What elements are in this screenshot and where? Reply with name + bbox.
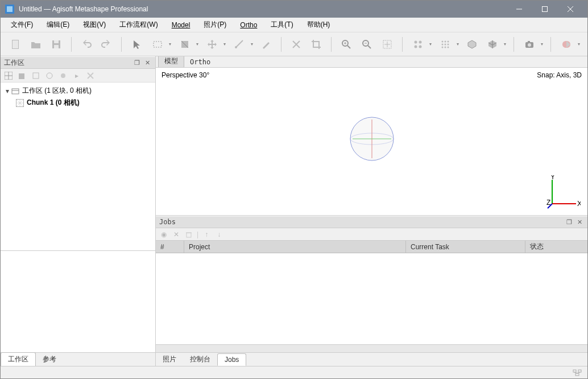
tab-reference[interactable]: 参考 — [36, 353, 63, 366]
jobs-scrollbar[interactable] — [156, 344, 587, 352]
svg-rect-10 — [54, 45, 59, 48]
axis-z-label: Z — [546, 199, 550, 207]
svg-rect-62 — [573, 370, 576, 372]
svg-point-35 — [441, 46, 443, 48]
tree-chunk[interactable]: Chunk 1 (0 相机) — [1, 97, 155, 109]
right-bottom-tabs: 照片 控制台 Jobs — [156, 352, 587, 366]
svg-line-16 — [347, 46, 350, 48]
redo-icon[interactable] — [98, 35, 116, 53]
ws-add-icon[interactable] — [16, 70, 28, 81]
ws-grid-icon[interactable] — [3, 70, 14, 81]
cursor-icon[interactable] — [127, 35, 146, 53]
new-doc-icon[interactable] — [6, 35, 24, 53]
tab-photos[interactable]: 照片 — [156, 353, 183, 366]
menu-workflow[interactable]: 工作流程(W) — [113, 18, 164, 31]
tab-workspace[interactable]: 工作区 — [1, 352, 36, 366]
tree-root-label: 工作区 (1 区块, 0 相机) — [22, 86, 92, 96]
svg-point-33 — [444, 43, 446, 45]
svg-point-30 — [444, 40, 446, 42]
menu-ortho[interactable]: Ortho — [233, 19, 264, 31]
tree-root[interactable]: ▾ 工作区 (1 区块, 0 相机) — [1, 85, 155, 97]
ruler-icon[interactable] — [230, 35, 255, 53]
svg-rect-1 — [7, 6, 13, 12]
snap-label: Snap: Axis, 3D — [537, 71, 582, 79]
svg-point-34 — [447, 43, 449, 45]
close-icon[interactable]: ✕ — [575, 217, 584, 226]
tree-chunk-label: Chunk 1 (0 相机) — [27, 98, 80, 108]
undo-icon[interactable] — [77, 35, 96, 53]
svg-rect-60 — [187, 233, 191, 237]
job-trash-icon[interactable] — [184, 230, 193, 239]
camera-icon[interactable] — [520, 35, 545, 53]
sep — [402, 37, 403, 52]
close-button[interactable] — [557, 1, 583, 18]
expand-icon[interactable]: ▾ — [4, 87, 11, 95]
fit-icon[interactable] — [378, 35, 396, 53]
svg-point-27 — [414, 45, 417, 48]
col-project[interactable]: Project — [184, 241, 406, 253]
dense-icon[interactable] — [436, 35, 461, 53]
jobs-title: Jobs — [159, 218, 176, 226]
app-icon — [5, 5, 14, 14]
jobs-panel: Jobs ❐ ✕ ◉ ✕ | ↑ ↓ # Project Current Tas… — [156, 216, 587, 352]
delete-icon[interactable] — [287, 35, 305, 53]
svg-rect-9 — [54, 40, 59, 43]
titlebar: Untitled — Agisoft Metashape Professiona… — [1, 1, 587, 18]
zoom-in-icon[interactable] — [337, 35, 355, 53]
region-icon[interactable] — [175, 35, 200, 53]
right-panel: 模型 Ortho Perspective 30° Snap: Axis, 3D … — [156, 56, 587, 366]
svg-point-47 — [61, 73, 65, 78]
minimize-button[interactable] — [506, 1, 532, 18]
tab-ortho[interactable]: Ortho — [184, 57, 216, 67]
menu-edit[interactable]: 编辑(E) — [40, 18, 76, 31]
jobs-toolbar: ◉ ✕ | ↑ ↓ — [156, 228, 587, 241]
left-panel: 工作区 ❐ ✕ ▸ ▾ 工作区 (1 区块, 0 相机) Chunk 1 (0 … — [1, 56, 156, 366]
svg-point-36 — [444, 46, 446, 48]
svg-point-31 — [447, 40, 449, 42]
crop-icon[interactable] — [307, 35, 325, 53]
axis-y-label: Y — [550, 175, 555, 181]
dock-icon[interactable]: ❐ — [565, 217, 574, 226]
job-up-icon[interactable]: ↑ — [202, 230, 211, 239]
menu-file[interactable]: 文件(F) — [4, 18, 40, 31]
menu-model[interactable]: Model — [165, 19, 197, 31]
mesh-icon[interactable] — [463, 35, 481, 53]
close-icon[interactable]: ✕ — [143, 58, 152, 67]
ws-tool5-icon[interactable] — [57, 70, 69, 81]
menu-photo[interactable]: 照片(P) — [197, 18, 233, 31]
menu-tools[interactable]: 工具(T) — [264, 18, 300, 31]
ws-remove-icon[interactable] — [85, 70, 96, 81]
col-status[interactable]: 状态 — [525, 241, 587, 253]
status-network-icon — [573, 369, 582, 376]
svg-point-12 — [235, 46, 237, 48]
ws-play-icon[interactable]: ▸ — [71, 70, 82, 81]
col-task[interactable]: Current Task — [406, 241, 525, 253]
open-icon[interactable] — [27, 35, 45, 53]
menu-view[interactable]: 视图(V) — [76, 18, 113, 31]
dock-icon[interactable]: ❐ — [132, 58, 142, 67]
move-icon[interactable] — [202, 35, 227, 53]
rect-select-icon[interactable] — [148, 35, 173, 53]
texture-icon[interactable] — [483, 35, 508, 53]
tab-model[interactable]: 模型 — [158, 56, 184, 67]
window-controls — [506, 1, 583, 18]
svg-rect-44 — [19, 73, 24, 79]
save-icon[interactable] — [47, 35, 65, 53]
pointcloud-icon[interactable] — [408, 35, 433, 53]
job-cancel-icon[interactable]: ✕ — [172, 230, 181, 239]
tab-console[interactable]: 控制台 — [183, 353, 217, 366]
menu-help[interactable]: 帮助(H) — [300, 18, 337, 31]
job-start-icon[interactable]: ◉ — [159, 230, 168, 239]
draw-icon[interactable] — [257, 35, 275, 53]
viewport-3d[interactable]: Perspective 30° Snap: Axis, 3D Y X Z — [156, 68, 587, 216]
ws-tool4-icon[interactable] — [44, 70, 55, 81]
tab-jobs[interactable]: Jobs — [217, 353, 246, 366]
col-number[interactable]: # — [156, 241, 184, 253]
axis-x-label: X — [577, 200, 581, 208]
sep — [121, 37, 122, 52]
job-down-icon[interactable]: ↓ — [214, 230, 223, 239]
ws-tool3-icon[interactable] — [30, 70, 42, 81]
zoom-out-icon[interactable] — [358, 35, 376, 53]
record-icon[interactable] — [557, 35, 582, 53]
maximize-button[interactable] — [532, 1, 557, 18]
